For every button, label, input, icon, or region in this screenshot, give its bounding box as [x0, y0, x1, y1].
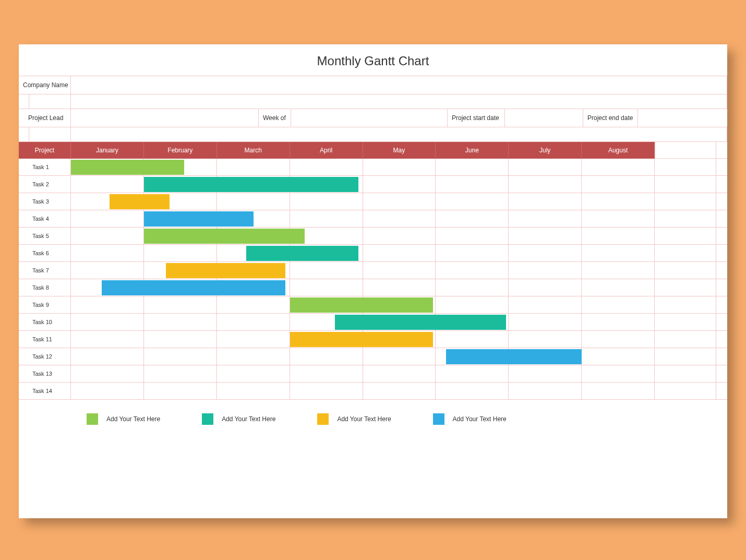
month-cell[interactable] — [509, 279, 582, 296]
month-cell[interactable] — [582, 279, 655, 296]
month-cell[interactable] — [582, 228, 655, 244]
row-tail-cell[interactable] — [655, 176, 716, 193]
month-cell[interactable] — [436, 159, 509, 175]
gantt-bar[interactable] — [290, 332, 433, 347]
month-cell[interactable] — [363, 262, 436, 279]
month-cell[interactable] — [509, 331, 582, 348]
row-tail-cell[interactable] — [655, 159, 716, 175]
month-cell[interactable] — [363, 245, 436, 261]
month-cell[interactable] — [509, 383, 582, 399]
month-cell[interactable] — [144, 296, 217, 313]
project-end-cell[interactable] — [638, 109, 727, 127]
month-cell[interactable] — [71, 245, 144, 261]
month-cell[interactable] — [71, 262, 144, 279]
month-cell[interactable] — [217, 365, 290, 382]
month-cell[interactable] — [436, 365, 509, 382]
gantt-bar[interactable] — [144, 211, 254, 227]
row-tail-cell[interactable] — [655, 365, 716, 382]
month-cell[interactable] — [363, 383, 436, 399]
month-cell[interactable] — [144, 365, 217, 382]
month-cell[interactable] — [290, 159, 363, 175]
row-tail-cell-2[interactable] — [716, 314, 727, 330]
month-cell[interactable] — [217, 314, 290, 330]
row-tail-cell-2[interactable] — [716, 159, 727, 175]
row-tail-cell[interactable] — [655, 331, 716, 348]
row-tail-cell[interactable] — [655, 279, 716, 296]
month-cell[interactable] — [363, 159, 436, 175]
row-tail-cell[interactable] — [655, 228, 716, 244]
month-cell[interactable] — [290, 365, 363, 382]
row-tail-cell[interactable] — [655, 296, 716, 313]
month-cell[interactable] — [436, 279, 509, 296]
month-cell[interactable] — [436, 210, 509, 227]
gantt-bar[interactable] — [144, 177, 358, 192]
month-cell[interactable] — [436, 176, 509, 193]
month-cell[interactable] — [290, 262, 363, 279]
row-tail-cell-2[interactable] — [716, 296, 727, 313]
month-cell[interactable] — [217, 296, 290, 313]
project-start-cell[interactable] — [505, 109, 583, 127]
month-cell[interactable] — [509, 365, 582, 382]
row-tail-cell[interactable] — [655, 193, 716, 210]
month-cell[interactable] — [290, 279, 363, 296]
month-cell[interactable] — [509, 193, 582, 210]
month-cell[interactable] — [71, 314, 144, 330]
month-cell[interactable] — [582, 210, 655, 227]
gantt-bar[interactable] — [102, 280, 285, 295]
month-cell[interactable] — [71, 348, 144, 365]
month-cell[interactable] — [363, 228, 436, 244]
week-of-cell[interactable] — [291, 109, 448, 127]
row-tail-cell-2[interactable] — [716, 262, 727, 279]
gantt-bar[interactable] — [71, 160, 184, 175]
month-cell[interactable] — [582, 176, 655, 193]
month-cell[interactable] — [290, 193, 363, 210]
row-tail-cell-2[interactable] — [716, 228, 727, 244]
row-tail-cell[interactable] — [655, 262, 716, 279]
row-tail-cell-2[interactable] — [716, 245, 727, 261]
month-cell[interactable] — [363, 176, 436, 193]
month-cell[interactable] — [436, 245, 509, 261]
month-cell[interactable] — [582, 193, 655, 210]
month-cell[interactable] — [144, 314, 217, 330]
month-cell[interactable] — [290, 210, 363, 227]
gantt-bar[interactable] — [335, 315, 506, 330]
month-cell[interactable] — [71, 176, 144, 193]
month-cell[interactable] — [509, 228, 582, 244]
month-cell[interactable] — [582, 348, 655, 365]
row-tail-cell[interactable] — [655, 348, 716, 365]
row-tail-cell[interactable] — [655, 383, 716, 399]
month-cell[interactable] — [144, 348, 217, 365]
month-cell[interactable] — [71, 296, 144, 313]
row-tail-cell[interactable] — [655, 314, 716, 330]
row-tail-cell-2[interactable] — [716, 331, 727, 348]
month-cell[interactable] — [582, 314, 655, 330]
month-cell[interactable] — [144, 331, 217, 348]
month-cell[interactable] — [71, 331, 144, 348]
row-tail-cell-2[interactable] — [716, 383, 727, 399]
month-cell[interactable] — [509, 176, 582, 193]
row-tail-cell-2[interactable] — [716, 176, 727, 193]
row-tail-cell-2[interactable] — [716, 193, 727, 210]
month-cell[interactable] — [71, 383, 144, 399]
row-tail-cell-2[interactable] — [716, 348, 727, 365]
month-cell[interactable] — [363, 348, 436, 365]
month-cell[interactable] — [363, 365, 436, 382]
gantt-bar[interactable] — [290, 297, 433, 313]
month-cell[interactable] — [436, 193, 509, 210]
row-tail-cell[interactable] — [655, 245, 716, 261]
month-cell[interactable] — [436, 331, 509, 348]
month-cell[interactable] — [217, 331, 290, 348]
company-name-cell[interactable] — [71, 76, 727, 94]
month-cell[interactable] — [509, 296, 582, 313]
month-cell[interactable] — [509, 262, 582, 279]
month-cell[interactable] — [363, 279, 436, 296]
month-cell[interactable] — [290, 383, 363, 399]
project-lead-cell[interactable] — [71, 109, 259, 127]
month-cell[interactable] — [509, 210, 582, 227]
gantt-bar[interactable] — [144, 229, 305, 244]
month-cell[interactable] — [217, 383, 290, 399]
month-cell[interactable] — [144, 383, 217, 399]
month-cell[interactable] — [582, 296, 655, 313]
month-cell[interactable] — [217, 348, 290, 365]
month-cell[interactable] — [363, 193, 436, 210]
